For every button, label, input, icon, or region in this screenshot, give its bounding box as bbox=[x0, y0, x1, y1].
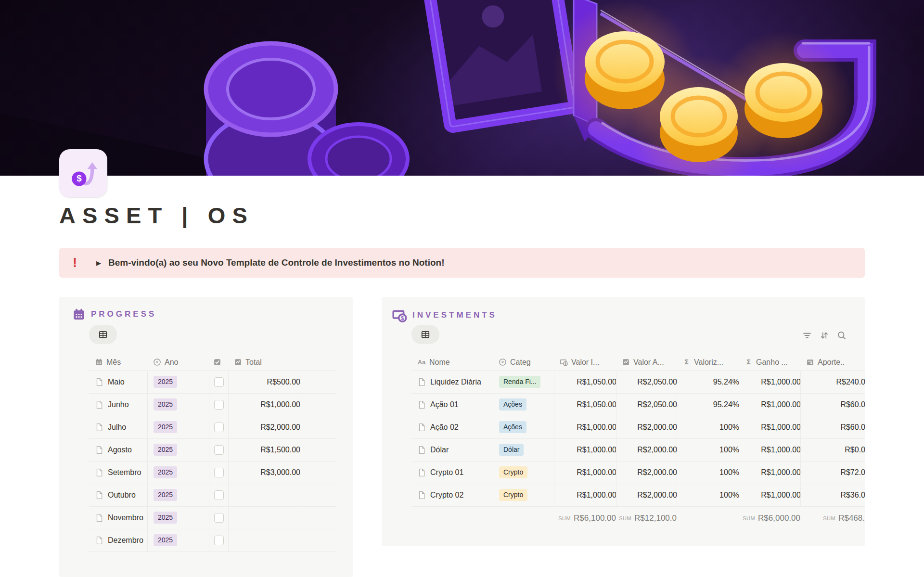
total-cell[interactable]: R$1,500.00 bbox=[260, 446, 300, 454]
aporte-cell[interactable]: R$72.0 bbox=[840, 468, 865, 477]
name-cell[interactable]: Crypto 01 bbox=[430, 468, 463, 477]
ganho-cell[interactable]: R$1,000.00 bbox=[761, 491, 801, 500]
year-tag[interactable]: 2025 bbox=[154, 466, 177, 478]
ganho-cell[interactable]: R$1,000.00 bbox=[761, 468, 801, 477]
valor-a-cell[interactable]: R$2,050.00 bbox=[637, 378, 677, 386]
total-cell[interactable]: R$2,000.00 bbox=[260, 423, 300, 432]
checkbox[interactable] bbox=[214, 377, 224, 387]
column-header-ganho[interactable]: Ganho ... bbox=[744, 354, 800, 371]
valor-a-cell[interactable]: R$2,000.00 bbox=[637, 423, 677, 432]
name-cell[interactable]: Ação 01 bbox=[430, 400, 459, 409]
valoriz-cell[interactable]: 95.24% bbox=[713, 400, 739, 409]
name-cell[interactable]: Crypto 02 bbox=[430, 491, 463, 500]
year-tag[interactable]: 2025 bbox=[154, 421, 177, 433]
valor-i-cell[interactable]: R$1,000.00 bbox=[577, 491, 616, 500]
year-tag[interactable]: 2025 bbox=[154, 398, 177, 410]
category-tag[interactable]: Dólar bbox=[499, 444, 524, 456]
table-row[interactable]: Ação 02 Ações R$1,000.00 R$2,000.00 100%… bbox=[411, 416, 865, 439]
category-tag[interactable]: Crypto bbox=[499, 489, 527, 501]
welcome-callout[interactable]: ! ▶ Bem-vindo(a) ao seu Novo Template de… bbox=[59, 248, 865, 278]
column-header-checkbox[interactable] bbox=[213, 354, 227, 371]
month-cell[interactable]: Novembro bbox=[108, 513, 143, 522]
month-cell[interactable]: Junho bbox=[108, 400, 129, 409]
table-view-button[interactable] bbox=[411, 325, 439, 344]
column-header-aporte[interactable]: Aporte.. bbox=[806, 354, 865, 371]
valor-a-cell[interactable]: R$2,000.00 bbox=[637, 446, 677, 454]
aporte-cell[interactable]: R$240.0 bbox=[836, 378, 865, 386]
page-icon-badge[interactable]: $ bbox=[59, 149, 107, 197]
column-header-valor-i[interactable]: Valor I... bbox=[560, 354, 616, 371]
checkbox[interactable] bbox=[214, 513, 224, 523]
table-row[interactable]: Novembro 2025 bbox=[89, 506, 336, 529]
total-cell[interactable]: R$3,000.00 bbox=[260, 468, 300, 477]
valoriz-cell[interactable]: 100% bbox=[719, 491, 739, 500]
valor-i-cell[interactable]: R$1,050.00 bbox=[577, 378, 616, 386]
table-view-button[interactable] bbox=[89, 325, 117, 344]
checkbox[interactable] bbox=[214, 536, 224, 545]
aporte-cell[interactable]: R$0.0 bbox=[845, 446, 865, 454]
table-row[interactable]: Ação 01 Ações R$1,050.00 R$2,050.00 95.2… bbox=[411, 393, 865, 416]
toggle-triangle-icon[interactable]: ▶ bbox=[96, 259, 101, 267]
category-tag[interactable]: Ações bbox=[499, 398, 526, 410]
name-cell[interactable]: Ação 02 bbox=[430, 423, 459, 432]
category-tag[interactable]: Renda Fi... bbox=[499, 376, 540, 388]
valoriz-cell[interactable]: 95.24% bbox=[713, 378, 739, 386]
sum-valor-a[interactable]: SUM R$12,100.0 bbox=[616, 506, 682, 530]
column-header-nome[interactable]: Nome bbox=[417, 354, 489, 371]
column-header-categ[interactable]: Categ bbox=[499, 354, 554, 371]
table-row[interactable]: Crypto 01 Crypto R$1,000.00 R$2,000.00 1… bbox=[411, 461, 865, 484]
valoriz-cell[interactable]: 100% bbox=[719, 468, 739, 477]
total-cell[interactable]: R$1,000.00 bbox=[260, 400, 300, 409]
ganho-cell[interactable]: R$1,000.00 bbox=[761, 446, 801, 454]
ganho-cell[interactable]: R$1,000.00 bbox=[761, 400, 801, 409]
valor-i-cell[interactable]: R$1,000.00 bbox=[577, 468, 616, 477]
month-cell[interactable]: Agosto bbox=[108, 446, 132, 454]
month-cell[interactable]: Maio bbox=[108, 378, 125, 386]
month-cell[interactable]: Setembro bbox=[108, 468, 141, 477]
search-icon[interactable] bbox=[837, 331, 847, 340]
year-tag[interactable]: 2025 bbox=[154, 444, 177, 456]
name-cell[interactable]: Dólar bbox=[430, 446, 449, 454]
table-row[interactable]: Crypto 02 Crypto R$1,000.00 R$2,000.00 1… bbox=[411, 484, 865, 507]
year-tag[interactable]: 2025 bbox=[154, 534, 177, 546]
column-header-valoriz[interactable]: Valoriz... bbox=[682, 354, 739, 371]
table-row[interactable]: Dólar Dólar R$1,000.00 R$2,000.00 100% R… bbox=[411, 438, 865, 462]
aporte-cell[interactable]: R$60.0 bbox=[840, 423, 865, 432]
filter-icon[interactable] bbox=[802, 331, 812, 340]
checkbox[interactable] bbox=[214, 468, 224, 477]
valor-i-cell[interactable]: R$1,000.00 bbox=[577, 423, 616, 432]
valor-i-cell[interactable]: R$1,000.00 bbox=[577, 446, 616, 454]
total-cell[interactable]: R$500.00 bbox=[267, 378, 300, 386]
table-row[interactable]: Maio 2025 R$500.00 bbox=[89, 371, 336, 394]
table-row[interactable]: Junho 2025 R$1,000.00 bbox=[89, 393, 336, 416]
table-row[interactable]: Outubro 2025 bbox=[89, 484, 336, 507]
year-tag[interactable]: 2025 bbox=[154, 512, 177, 524]
sum-aporte[interactable]: SUM R$468. bbox=[800, 506, 865, 530]
sum-ganho[interactable]: SUM R$6,000.00 bbox=[739, 506, 806, 530]
valoriz-cell[interactable]: 100% bbox=[719, 446, 739, 454]
table-row[interactable]: Setembro 2025 R$3,000.00 bbox=[89, 461, 336, 484]
column-header-valor-a[interactable]: Valor A... bbox=[622, 354, 677, 371]
valor-i-cell[interactable]: R$1,050.00 bbox=[577, 400, 616, 409]
column-header-mes[interactable]: Mês bbox=[95, 354, 145, 371]
checkbox[interactable] bbox=[214, 445, 224, 455]
valor-a-cell[interactable]: R$2,000.00 bbox=[637, 468, 677, 477]
category-tag[interactable]: Ações bbox=[499, 421, 526, 433]
month-cell[interactable]: Dezembro bbox=[108, 536, 143, 545]
category-tag[interactable]: Crypto bbox=[499, 466, 527, 478]
table-row[interactable]: Julho 2025 R$2,000.00 bbox=[89, 416, 336, 439]
aporte-cell[interactable]: R$36.0 bbox=[840, 491, 865, 500]
month-cell[interactable]: Julho bbox=[108, 423, 126, 432]
table-row[interactable]: Dezembro 2025 bbox=[89, 529, 336, 552]
aporte-cell[interactable]: R$60.0 bbox=[840, 400, 865, 409]
ganho-cell[interactable]: R$1,000.00 bbox=[761, 378, 801, 386]
table-row[interactable]: Agosto 2025 R$1,500.00 bbox=[89, 438, 336, 462]
column-header-ano[interactable]: Ano bbox=[153, 354, 208, 371]
year-tag[interactable]: 2025 bbox=[154, 376, 177, 388]
column-header-total[interactable]: Total bbox=[234, 354, 299, 371]
valor-a-cell[interactable]: R$2,050.00 bbox=[637, 400, 677, 409]
sum-valor-i[interactable]: SUM R$6,100.00 bbox=[554, 506, 622, 530]
checkbox[interactable] bbox=[214, 423, 224, 432]
checkbox[interactable] bbox=[214, 400, 224, 410]
sort-icon[interactable] bbox=[820, 331, 829, 340]
